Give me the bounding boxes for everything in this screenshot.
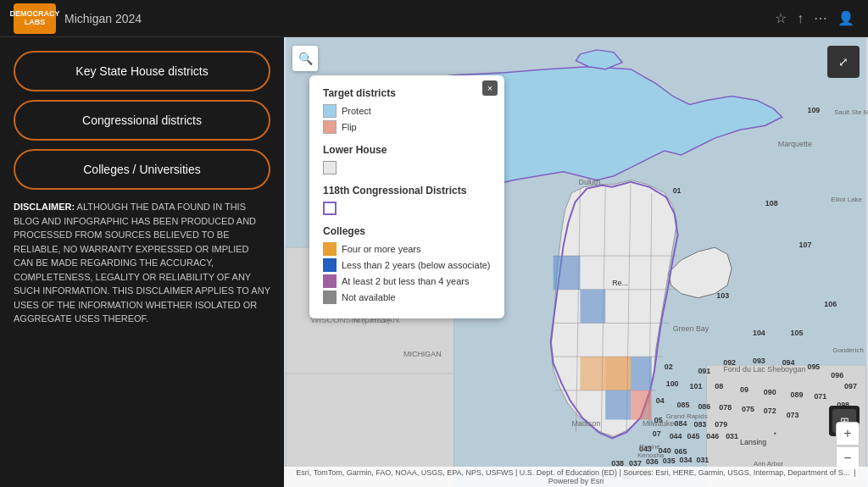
svg-text:095: 095 <box>807 362 820 371</box>
svg-text:Madison: Madison <box>572 419 601 428</box>
na-label: Not available <box>342 292 396 302</box>
atleast-swatch <box>323 274 337 288</box>
map-search-button[interactable]: 🔍 <box>292 46 318 71</box>
topbar-left: DEMOCRACY LABS Michigan 2024 <box>14 3 142 34</box>
sidebar: Key State House districts Congressional … <box>0 37 284 487</box>
colleges-button[interactable]: Colleges / Universities <box>14 149 270 190</box>
svg-text:Elliot Lake: Elliot Lake <box>831 196 862 203</box>
svg-text:08: 08 <box>715 382 723 390</box>
svg-text:MICHIGAN: MICHIGAN <box>403 350 442 358</box>
legend-lower-title: Lower House <box>323 144 491 156</box>
map-expand-control: ⤢ <box>827 46 860 78</box>
dist-label-105: 105 <box>791 329 804 337</box>
svg-text:086: 086 <box>698 402 710 411</box>
congressional-button[interactable]: Congressional districts <box>14 100 270 141</box>
svg-text:Milwaukee: Milwaukee <box>643 419 678 428</box>
svg-text:065: 065 <box>675 447 687 456</box>
svg-text:Gooderich: Gooderich <box>832 346 864 354</box>
legend-na-item: Not available <box>323 291 491 304</box>
svg-text:Racine: Racine <box>639 443 660 451</box>
dist-label-103: 103 <box>716 291 729 300</box>
svg-text:101: 101 <box>689 382 702 390</box>
svg-text:04: 04 <box>656 396 665 405</box>
logo[interactable]: DEMOCRACY LABS <box>14 3 56 34</box>
flip-swatch <box>323 120 337 134</box>
svg-text:083: 083 <box>693 420 706 429</box>
svg-text:Fond du Lac Sheboygan: Fond du Lac Sheboygan <box>723 365 805 374</box>
dist-label-01: 01 <box>673 186 682 195</box>
legend-cong-section: 118th Congressional Districts <box>323 185 491 215</box>
legend-protect-item: Protect <box>323 104 491 118</box>
map-search-control: 🔍 <box>292 46 318 71</box>
map-area[interactable]: 109 01 108 107 106 105 104 103 02 091 09… <box>284 37 868 487</box>
svg-text:078: 078 <box>719 403 732 412</box>
legend-atleast-item: At least 2 but less than 4 years <box>323 274 491 288</box>
svg-text:Duluth: Duluth <box>578 178 600 186</box>
protect-swatch <box>323 104 337 118</box>
svg-text:089: 089 <box>791 390 804 399</box>
four-swatch <box>323 242 337 256</box>
disclaimer: DISCLAIMER: ALTHOUGH THE DATA FOUND IN T… <box>14 200 270 326</box>
legend-target-title: Target districts <box>323 87 491 99</box>
svg-text:09: 09 <box>740 385 748 394</box>
svg-text:100: 100 <box>666 379 679 388</box>
legend-popup: × Target districts Protect Flip Lower Ho… <box>309 75 504 318</box>
dist-label-104: 104 <box>753 329 765 337</box>
more-icon[interactable]: ⋯ <box>814 10 827 26</box>
svg-text:045: 045 <box>687 432 700 440</box>
legend-two-item: Less than 2 years (below associate) <box>323 258 491 272</box>
two-swatch <box>323 258 337 272</box>
key-state-house-button[interactable]: Key State House districts <box>14 51 270 91</box>
legend-close-button[interactable]: × <box>482 80 498 96</box>
legend-cong-item <box>323 202 491 215</box>
legend-target-section: Target districts Protect Flip <box>323 87 491 134</box>
four-label: Four or more years <box>342 244 421 254</box>
svg-text:091: 091 <box>698 367 710 375</box>
svg-text:046: 046 <box>706 432 719 440</box>
legend-lower-section: Lower House <box>323 144 491 174</box>
svg-text:097: 097 <box>844 382 857 390</box>
map-attribution: Esri, TomTom, Garmin, FAO, NOAA, USGS, E… <box>284 467 868 487</box>
svg-text:072: 072 <box>764 407 776 415</box>
legend-colleges-title: Colleges <box>323 225 491 237</box>
two-label: Less than 2 years (below associate) <box>342 260 490 270</box>
protect-label: Protect <box>342 106 371 116</box>
map-expand-button[interactable]: ⤢ <box>831 49 856 75</box>
svg-text:031: 031 <box>726 432 738 440</box>
zoom-in-button[interactable]: + <box>836 422 860 445</box>
cong-swatch <box>323 202 337 215</box>
legend-flip-item: Flip <box>323 120 491 134</box>
legend-colleges-section: Colleges Four or more years Less than 2 … <box>323 225 491 304</box>
legend-four-item: Four or more years <box>323 242 491 256</box>
page-title: Michigan 2024 <box>64 12 142 25</box>
svg-text:Grand Rapids: Grand Rapids <box>666 412 708 420</box>
svg-text:073: 073 <box>787 411 799 419</box>
svg-text:•: • <box>774 429 776 438</box>
svg-text:075: 075 <box>742 405 754 413</box>
zoom-controls: + − <box>836 422 860 470</box>
lower-swatch <box>323 161 337 174</box>
svg-text:035: 035 <box>663 457 676 465</box>
svg-text:Marquette: Marquette <box>778 140 812 148</box>
star-icon[interactable]: ☆ <box>775 10 787 26</box>
dist-label-108: 108 <box>765 199 778 208</box>
logo-text: DEMOCRACY LABS <box>10 10 60 27</box>
na-swatch <box>323 291 337 304</box>
svg-text:096: 096 <box>831 371 843 379</box>
svg-text:034: 034 <box>680 456 693 464</box>
avatar-icon[interactable]: 👤 <box>837 10 854 26</box>
main-content: Key State House districts Congressional … <box>0 37 868 487</box>
disclaimer-label: DISCLAIMER: <box>14 202 75 212</box>
svg-text:Green Bay: Green Bay <box>673 324 709 333</box>
disclaimer-body: ALTHOUGH THE DATA FOUND IN THIS BLOG AND… <box>14 202 270 324</box>
svg-text:085: 085 <box>677 401 690 409</box>
svg-text:071: 071 <box>814 392 826 401</box>
share-icon[interactable]: ↑ <box>797 11 804 26</box>
attribution-text: Esri, TomTom, Garmin, FAO, NOAA, USGS, E… <box>296 468 849 477</box>
dist-label-107: 107 <box>799 241 812 249</box>
svg-text:031: 031 <box>696 456 709 464</box>
topbar: DEMOCRACY LABS Michigan 2024 ☆ ↑ ⋯ 👤 <box>0 0 868 37</box>
flip-label: Flip <box>342 122 357 132</box>
svg-text:Kenosha: Kenosha <box>637 451 665 459</box>
dist-label-109: 109 <box>807 106 820 114</box>
